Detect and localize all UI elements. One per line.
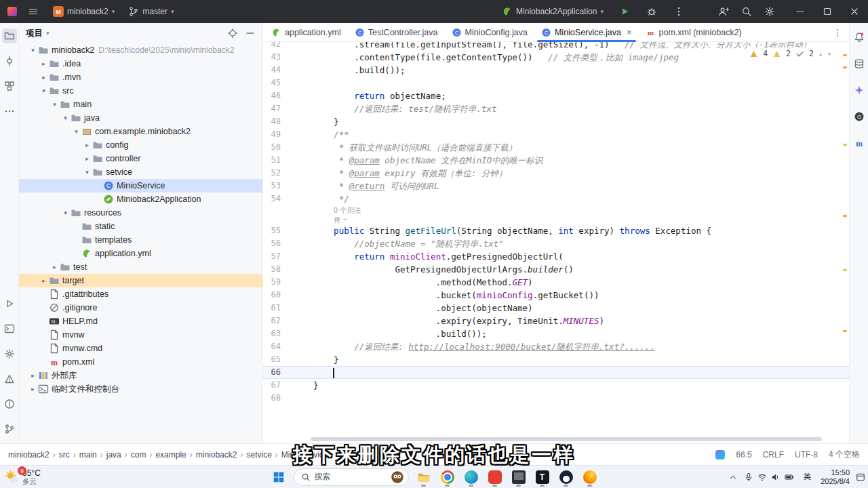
tool-commit-icon[interactable]: [2, 54, 17, 68]
tree-item-minioback2[interactable]: ▾minioback2D:\teach\code\2025\minio\mini…: [19, 43, 262, 57]
line-number[interactable]: 51: [263, 154, 281, 167]
tree-item-[interactable]: ▸临时文件和控制台: [19, 382, 262, 396]
tree-item-static[interactable]: static: [19, 220, 262, 233]
tree-item-mvn[interactable]: ▸.mvn: [19, 70, 262, 84]
line-number[interactable]: 56: [263, 237, 281, 250]
tree-item-[interactable]: ▸外部库: [19, 369, 262, 382]
line-number[interactable]: 53: [263, 180, 281, 192]
line-number[interactable]: 59: [263, 276, 281, 289]
vcs-branch-widget[interactable]: master ▾: [124, 4, 178, 19]
line-number[interactable]: 55: [263, 224, 281, 237]
line-number[interactable]: 63: [263, 327, 281, 340]
collapse-panel-icon[interactable]: [245, 28, 256, 39]
line-number[interactable]: 65: [263, 353, 281, 366]
tree-item-target[interactable]: ▸target: [19, 274, 262, 287]
tool-terminal-icon[interactable]: [2, 321, 17, 336]
code-line-51[interactable]: 51 * @param objectName 文件在MinIO中的唯一标识: [263, 154, 849, 167]
start-button[interactable]: [270, 467, 288, 487]
locate-file-icon[interactable]: [227, 28, 238, 39]
stripe-mark[interactable]: [843, 144, 847, 146]
tool-notifications-icon[interactable]: [852, 30, 867, 45]
inspections-widget[interactable]: 4 2 2 ▴ ▾: [745, 47, 835, 60]
chrome-icon[interactable]: [439, 467, 456, 487]
tab-minioconfig-java[interactable]: CMinioConfig.java: [445, 23, 534, 42]
tree-item-java[interactable]: ▾java: [19, 111, 262, 125]
line-number[interactable]: 45: [263, 77, 281, 89]
code-line-62[interactable]: 62 .expiry(expiry, TimeUnit.MINUTES): [263, 314, 849, 327]
main-menu-icon[interactable]: [23, 2, 43, 21]
stripe-mark[interactable]: [843, 269, 847, 271]
tool-ai-icon[interactable]: [852, 83, 867, 98]
project-widget[interactable]: M minioback2 ▾: [49, 4, 119, 19]
code-line-57[interactable]: 57 return minioClient.getPresignedObject…: [263, 250, 849, 263]
explorer-icon[interactable]: [415, 467, 433, 487]
close-button[interactable]: [841, 0, 868, 23]
tree-item-templates[interactable]: templates: [19, 233, 262, 247]
code-line-67[interactable]: 67}: [263, 379, 849, 392]
code-line-56[interactable]: 56 //objectName = "随机字符串.txt": [263, 237, 849, 250]
chevron-closed-icon[interactable]: ▸: [83, 142, 92, 148]
line-number[interactable]: 64: [263, 340, 281, 353]
settings-icon[interactable]: [760, 2, 780, 21]
line-number[interactable]: 58: [263, 263, 281, 276]
line-number[interactable]: 57: [263, 250, 281, 263]
line-number[interactable]: 66: [263, 366, 281, 379]
code-line-45[interactable]: 45: [263, 77, 849, 89]
tray-chevron-up-icon[interactable]: [728, 472, 738, 482]
minimize-button[interactable]: [787, 0, 814, 23]
inlay-hint[interactable]: 佟 ~: [263, 215, 849, 224]
tree-item-controller[interactable]: ▸controller: [19, 152, 262, 165]
code-line-58[interactable]: 58 GetPresignedObjectUrlArgs.builder(): [263, 263, 849, 276]
code-line-63[interactable]: 63 .build());: [263, 327, 849, 340]
chevron-open-icon[interactable]: ▾: [61, 209, 70, 216]
typora-icon[interactable]: T: [534, 467, 551, 487]
input-language[interactable]: 英: [800, 470, 815, 484]
code-line-64[interactable]: 64 //返回结果: http://localhost:9000/bucket/…: [263, 340, 849, 353]
maximize-button[interactable]: [814, 0, 841, 23]
stripe-mark[interactable]: [843, 215, 847, 217]
tab-minioservice-java[interactable]: CMinioService.java×: [534, 23, 639, 42]
tree-item-application-yml[interactable]: application.yml: [19, 247, 262, 260]
tree-item-help-md[interactable]: M↓HELP.md: [19, 314, 262, 328]
line-number[interactable]: 68: [263, 392, 281, 405]
taskbar-search[interactable]: 搜索: [294, 468, 409, 486]
line-number[interactable]: 50: [263, 141, 281, 154]
chevron-open-icon[interactable]: ▾: [50, 101, 59, 108]
code-line-44[interactable]: 44 .build());: [263, 64, 849, 77]
line-number[interactable]: 61: [263, 302, 281, 314]
tree-item-gitattributes[interactable]: .gitattributes: [19, 287, 262, 301]
chevron-closed-icon[interactable]: ▸: [39, 277, 48, 284]
horizontal-scrollbar[interactable]: [311, 437, 822, 441]
line-number[interactable]: 46: [263, 89, 281, 102]
red-app-icon[interactable]: [486, 467, 504, 487]
firefox-icon[interactable]: [581, 467, 599, 487]
stripe-mark[interactable]: [843, 330, 847, 332]
code-line-68[interactable]: 68: [263, 392, 849, 405]
code-with-me-icon[interactable]: [713, 2, 734, 21]
tab-list-icon[interactable]: ⋮: [826, 27, 849, 38]
tree-item-com-example-minioback2[interactable]: ▾com.example.minioback2: [19, 125, 262, 138]
line-number[interactable]: 54: [263, 192, 281, 205]
tree-item-pom-xml[interactable]: mpom.xml: [19, 355, 262, 369]
line-number[interactable]: 43: [263, 51, 281, 64]
battery-icon[interactable]: [785, 472, 794, 482]
taskbar-clock[interactable]: 15:50 2025/8/4: [821, 468, 850, 485]
tool-project-icon[interactable]: [2, 28, 17, 43]
prev-problem-icon[interactable]: ▴: [818, 50, 823, 58]
code-line-52[interactable]: 52 * @param expiry 有效期（单位: 分钟）: [263, 167, 849, 180]
tool-info-icon[interactable]: [2, 396, 17, 411]
code-line-48[interactable]: 48 }: [263, 115, 849, 128]
tree-item-mvnw[interactable]: mvnw: [19, 328, 262, 342]
code-line-66[interactable]: 66: [263, 366, 849, 379]
code-line-65[interactable]: 65 }: [263, 353, 849, 366]
line-number[interactable]: 47: [263, 102, 281, 115]
chevron-closed-icon[interactable]: ▸: [50, 264, 59, 270]
tree-item-resources[interactable]: ▾resources: [19, 206, 262, 220]
chevron-open-icon[interactable]: ▾: [28, 47, 37, 54]
notification-center-icon[interactable]: [856, 472, 865, 482]
line-number[interactable]: 60: [263, 289, 281, 302]
tree-item-setvice[interactable]: ▾setvice: [19, 165, 262, 179]
editor[interactable]: 42 .stream(file.getInputStream(), file.g…: [263, 42, 849, 443]
code-line-46[interactable]: 46 return objectName;: [263, 89, 849, 102]
network-icon[interactable]: [757, 472, 767, 482]
